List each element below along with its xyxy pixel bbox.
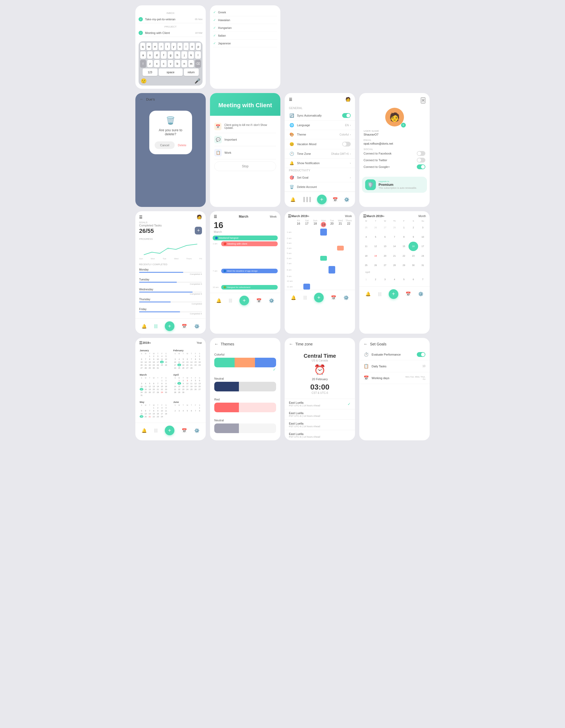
key-q[interactable]: q	[140, 43, 145, 50]
month-day[interactable]: 5	[399, 275, 409, 284]
theme-red[interactable]: Red	[210, 395, 280, 416]
back-button[interactable]: ←	[364, 342, 368, 346]
nav-gear-icon[interactable]: ⚙️	[344, 295, 349, 300]
key-n[interactable]: n	[181, 60, 187, 67]
nav-calendar-icon[interactable]: 📅	[182, 428, 187, 433]
key-backspace[interactable]: ⌫	[195, 60, 201, 67]
month-day[interactable]: 22	[399, 251, 409, 260]
nav-bell-icon[interactable]: 🔔	[216, 298, 221, 303]
month-day[interactable]: 18	[362, 251, 371, 260]
key-k[interactable]: k	[188, 51, 194, 59]
month-day[interactable]: 2	[371, 275, 380, 284]
month-day[interactable]: 17	[418, 242, 428, 251]
hamburger-icon[interactable]: ☰	[139, 341, 143, 345]
week-button[interactable]: Week	[270, 215, 276, 218]
fab-add-button[interactable]: +	[239, 296, 249, 305]
nav-stats-icon[interactable]: |||	[304, 295, 307, 300]
fab-add-button[interactable]: +	[314, 293, 324, 302]
facebook-toggle[interactable]	[417, 151, 425, 156]
nav-calendar-icon[interactable]: 📅	[406, 291, 411, 296]
settings-notification[interactable]: 🔔 Show Notification ›	[285, 159, 355, 168]
nav-stats-icon[interactable]: |||	[154, 324, 157, 329]
hamburger-icon[interactable]: ☰	[288, 214, 291, 218]
month-day[interactable]: 13	[381, 242, 390, 251]
back-button[interactable]: ←	[140, 97, 144, 102]
key-c[interactable]: c	[161, 60, 167, 67]
month-day[interactable]: 1	[362, 275, 371, 284]
delete-button[interactable]: Delete	[178, 141, 186, 149]
settings-delete-account[interactable]: 🗑️ Delete Account	[285, 182, 355, 192]
key-y[interactable]: y	[171, 43, 176, 50]
key-m[interactable]: m	[188, 60, 194, 67]
theme-colorful[interactable]: Colorful ✓	[210, 350, 280, 374]
month-day[interactable]: 29	[399, 260, 409, 270]
nav-calendar-icon[interactable]: 📅	[333, 197, 338, 202]
month-day-today[interactable]: 16	[409, 242, 418, 251]
hamburger-icon[interactable]: ☰	[139, 215, 143, 219]
fab-add-button[interactable]: +	[165, 321, 174, 331]
nav-calendar-icon[interactable]: 📅	[331, 295, 336, 300]
tz-zone-3[interactable]: East Luella PST UTC-6 | 14 hours Ahead	[285, 419, 355, 430]
nav-stats-icon[interactable]: |||	[154, 428, 157, 433]
month-day[interactable]: 28	[390, 260, 399, 270]
key-mic[interactable]: 🎤	[194, 78, 200, 84]
vacation-toggle[interactable]	[342, 142, 351, 147]
lang-item-japanese[interactable]: ✓ Japanese	[213, 40, 277, 47]
month-day[interactable]: 5	[371, 232, 380, 241]
premium-banner[interactable]: 🛡️ Upgrade to Premium This subscription …	[362, 177, 427, 193]
key-j[interactable]: j	[181, 51, 187, 59]
key-s[interactable]: s	[147, 51, 153, 59]
month-day[interactable]: 7	[418, 275, 428, 284]
key-b[interactable]: b	[174, 60, 180, 67]
nav-next[interactable]: ›	[383, 215, 384, 218]
month-day[interactable]: 7	[390, 232, 399, 241]
nav-bell-icon[interactable]: 🔔	[141, 324, 147, 329]
month-day[interactable]: 25	[362, 260, 371, 270]
month-day[interactable]: 4	[362, 232, 371, 241]
month-day[interactable]: 23	[409, 251, 418, 260]
key-l[interactable]: l	[195, 51, 201, 59]
nav-stats-icon[interactable]: |||	[378, 292, 381, 296]
month-day[interactable]: 6	[381, 232, 390, 241]
nav-bell-icon[interactable]: 🔔	[141, 428, 147, 433]
hamburger-icon[interactable]: ☰	[289, 97, 293, 102]
key-x[interactable]: x	[154, 60, 160, 67]
stop-button[interactable]: Stop	[214, 161, 276, 171]
key-u[interactable]: u	[177, 43, 182, 50]
month-day[interactable]: 9	[409, 232, 418, 241]
nav-gear-icon[interactable]: ⚙️	[269, 298, 274, 303]
nav-calendar-icon[interactable]: 📅	[256, 298, 261, 303]
month-day[interactable]: 10	[418, 232, 428, 241]
month-day[interactable]: 27	[381, 223, 390, 232]
tz-zone-1[interactable]: East Luella PST UTC-6 | 14 hours Ahead ✓	[285, 399, 355, 409]
theme-neutral[interactable]: Neutral	[210, 374, 280, 395]
settings-language[interactable]: 🌐 Language EN ›	[285, 121, 355, 130]
month-view-label[interactable]: Month	[418, 215, 426, 218]
key-p[interactable]: p	[196, 43, 201, 50]
nav-gear-icon[interactable]: ⚙️	[194, 324, 199, 329]
back-button[interactable]: ←	[289, 342, 293, 346]
google-toggle[interactable]	[417, 164, 425, 169]
month-day[interactable]: 31	[418, 260, 428, 270]
close-button[interactable]: ✕	[421, 97, 425, 103]
lang-item-hawaiian[interactable]: ✓ Hawaiian	[213, 16, 277, 24]
lang-item-hungarian[interactable]: ✓ Hungarian	[213, 24, 277, 32]
month-day[interactable]: 26	[371, 260, 380, 270]
fab-add-button[interactable]: +	[317, 195, 327, 204]
nav-gear-icon[interactable]: ⚙️	[344, 197, 350, 202]
key-emoji[interactable]: 🙂	[141, 78, 147, 84]
hamburger-icon[interactable]: ☰	[214, 214, 217, 219]
month-day[interactable]: 24	[418, 251, 428, 260]
nav-bell-icon[interactable]: 🔔	[291, 295, 296, 300]
key-r[interactable]: r	[159, 43, 164, 50]
nav-bell-icon[interactable]: 🔔	[290, 197, 296, 202]
month-day[interactable]: 26	[371, 223, 380, 232]
key-w[interactable]: w	[146, 43, 151, 50]
month-day[interactable]: 25	[362, 223, 371, 232]
key-h[interactable]: h	[174, 51, 180, 59]
key-z[interactable]: z	[147, 60, 153, 67]
month-day[interactable]: 19	[371, 251, 380, 260]
tz-zone-2[interactable]: East Luella PST UTC-6 | 14 hours Ahead	[285, 409, 355, 419]
key-123[interactable]: 123	[143, 68, 157, 76]
key-space[interactable]: space	[159, 68, 183, 76]
